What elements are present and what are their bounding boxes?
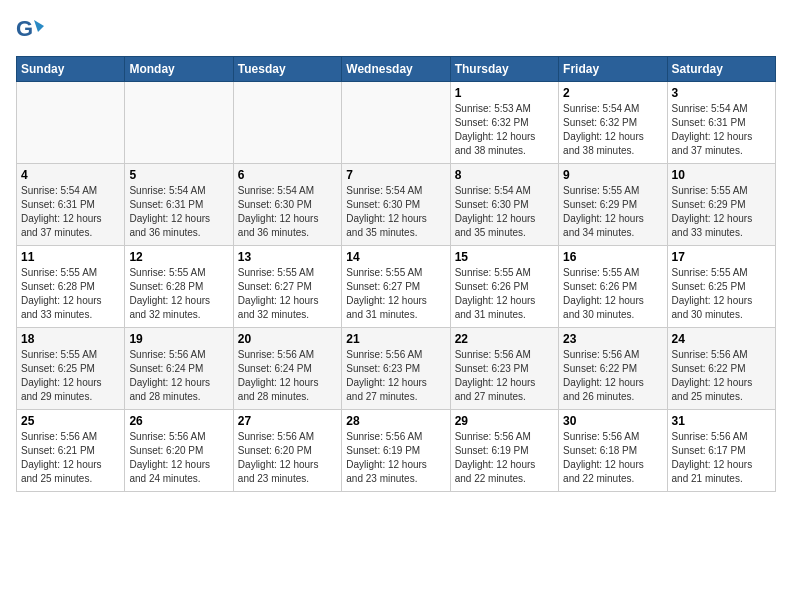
day-info: Sunrise: 5:56 AM Sunset: 6:19 PM Dayligh… [346, 430, 445, 486]
day-info: Sunrise: 5:55 AM Sunset: 6:27 PM Dayligh… [346, 266, 445, 322]
day-number: 28 [346, 414, 445, 428]
day-number: 11 [21, 250, 120, 264]
day-number: 31 [672, 414, 771, 428]
calendar-cell: 14Sunrise: 5:55 AM Sunset: 6:27 PM Dayli… [342, 246, 450, 328]
day-info: Sunrise: 5:54 AM Sunset: 6:31 PM Dayligh… [21, 184, 120, 240]
day-number: 7 [346, 168, 445, 182]
day-info: Sunrise: 5:56 AM Sunset: 6:23 PM Dayligh… [455, 348, 554, 404]
calendar-cell: 19Sunrise: 5:56 AM Sunset: 6:24 PM Dayli… [125, 328, 233, 410]
day-info: Sunrise: 5:55 AM Sunset: 6:27 PM Dayligh… [238, 266, 337, 322]
day-number: 23 [563, 332, 662, 346]
day-number: 1 [455, 86, 554, 100]
day-header-saturday: Saturday [667, 57, 775, 82]
calendar-cell: 26Sunrise: 5:56 AM Sunset: 6:20 PM Dayli… [125, 410, 233, 492]
day-number: 2 [563, 86, 662, 100]
calendar-cell: 15Sunrise: 5:55 AM Sunset: 6:26 PM Dayli… [450, 246, 558, 328]
day-number: 30 [563, 414, 662, 428]
calendar-cell: 29Sunrise: 5:56 AM Sunset: 6:19 PM Dayli… [450, 410, 558, 492]
day-header-monday: Monday [125, 57, 233, 82]
svg-text:G: G [16, 16, 33, 41]
day-number: 14 [346, 250, 445, 264]
calendar-cell: 10Sunrise: 5:55 AM Sunset: 6:29 PM Dayli… [667, 164, 775, 246]
day-info: Sunrise: 5:55 AM Sunset: 6:25 PM Dayligh… [672, 266, 771, 322]
header: G [16, 16, 776, 44]
calendar-cell: 2Sunrise: 5:54 AM Sunset: 6:32 PM Daylig… [559, 82, 667, 164]
calendar-cell: 12Sunrise: 5:55 AM Sunset: 6:28 PM Dayli… [125, 246, 233, 328]
day-info: Sunrise: 5:56 AM Sunset: 6:18 PM Dayligh… [563, 430, 662, 486]
day-info: Sunrise: 5:53 AM Sunset: 6:32 PM Dayligh… [455, 102, 554, 158]
day-info: Sunrise: 5:55 AM Sunset: 6:26 PM Dayligh… [563, 266, 662, 322]
day-number: 3 [672, 86, 771, 100]
calendar-cell: 17Sunrise: 5:55 AM Sunset: 6:25 PM Dayli… [667, 246, 775, 328]
day-info: Sunrise: 5:54 AM Sunset: 6:31 PM Dayligh… [129, 184, 228, 240]
calendar-cell: 30Sunrise: 5:56 AM Sunset: 6:18 PM Dayli… [559, 410, 667, 492]
calendar-cell: 28Sunrise: 5:56 AM Sunset: 6:19 PM Dayli… [342, 410, 450, 492]
day-number: 16 [563, 250, 662, 264]
day-number: 26 [129, 414, 228, 428]
day-info: Sunrise: 5:56 AM Sunset: 6:22 PM Dayligh… [563, 348, 662, 404]
day-header-sunday: Sunday [17, 57, 125, 82]
week-row-2: 4Sunrise: 5:54 AM Sunset: 6:31 PM Daylig… [17, 164, 776, 246]
calendar-cell: 5Sunrise: 5:54 AM Sunset: 6:31 PM Daylig… [125, 164, 233, 246]
day-number: 21 [346, 332, 445, 346]
logo: G [16, 16, 46, 44]
day-info: Sunrise: 5:54 AM Sunset: 6:30 PM Dayligh… [455, 184, 554, 240]
day-header-wednesday: Wednesday [342, 57, 450, 82]
calendar-cell: 13Sunrise: 5:55 AM Sunset: 6:27 PM Dayli… [233, 246, 341, 328]
day-number: 22 [455, 332, 554, 346]
day-info: Sunrise: 5:54 AM Sunset: 6:30 PM Dayligh… [346, 184, 445, 240]
calendar-cell: 6Sunrise: 5:54 AM Sunset: 6:30 PM Daylig… [233, 164, 341, 246]
calendar-cell: 25Sunrise: 5:56 AM Sunset: 6:21 PM Dayli… [17, 410, 125, 492]
calendar-cell: 21Sunrise: 5:56 AM Sunset: 6:23 PM Dayli… [342, 328, 450, 410]
calendar-cell: 8Sunrise: 5:54 AM Sunset: 6:30 PM Daylig… [450, 164, 558, 246]
calendar-cell: 20Sunrise: 5:56 AM Sunset: 6:24 PM Dayli… [233, 328, 341, 410]
day-number: 19 [129, 332, 228, 346]
week-row-4: 18Sunrise: 5:55 AM Sunset: 6:25 PM Dayli… [17, 328, 776, 410]
calendar-table: SundayMondayTuesdayWednesdayThursdayFrid… [16, 56, 776, 492]
day-info: Sunrise: 5:55 AM Sunset: 6:29 PM Dayligh… [563, 184, 662, 240]
day-number: 18 [21, 332, 120, 346]
day-header-thursday: Thursday [450, 57, 558, 82]
day-header-tuesday: Tuesday [233, 57, 341, 82]
day-number: 13 [238, 250, 337, 264]
day-info: Sunrise: 5:54 AM Sunset: 6:30 PM Dayligh… [238, 184, 337, 240]
calendar-cell: 27Sunrise: 5:56 AM Sunset: 6:20 PM Dayli… [233, 410, 341, 492]
calendar-cell [233, 82, 341, 164]
calendar-cell: 11Sunrise: 5:55 AM Sunset: 6:28 PM Dayli… [17, 246, 125, 328]
calendar-cell: 23Sunrise: 5:56 AM Sunset: 6:22 PM Dayli… [559, 328, 667, 410]
svg-marker-1 [34, 20, 44, 32]
day-info: Sunrise: 5:55 AM Sunset: 6:28 PM Dayligh… [21, 266, 120, 322]
day-info: Sunrise: 5:56 AM Sunset: 6:24 PM Dayligh… [238, 348, 337, 404]
day-number: 15 [455, 250, 554, 264]
day-info: Sunrise: 5:55 AM Sunset: 6:29 PM Dayligh… [672, 184, 771, 240]
day-info: Sunrise: 5:56 AM Sunset: 6:19 PM Dayligh… [455, 430, 554, 486]
day-number: 12 [129, 250, 228, 264]
calendar-cell [342, 82, 450, 164]
calendar-cell: 24Sunrise: 5:56 AM Sunset: 6:22 PM Dayli… [667, 328, 775, 410]
day-number: 25 [21, 414, 120, 428]
calendar-cell: 18Sunrise: 5:55 AM Sunset: 6:25 PM Dayli… [17, 328, 125, 410]
day-number: 6 [238, 168, 337, 182]
day-header-friday: Friday [559, 57, 667, 82]
calendar-cell: 31Sunrise: 5:56 AM Sunset: 6:17 PM Dayli… [667, 410, 775, 492]
day-number: 24 [672, 332, 771, 346]
day-info: Sunrise: 5:54 AM Sunset: 6:32 PM Dayligh… [563, 102, 662, 158]
day-info: Sunrise: 5:56 AM Sunset: 6:17 PM Dayligh… [672, 430, 771, 486]
day-info: Sunrise: 5:56 AM Sunset: 6:23 PM Dayligh… [346, 348, 445, 404]
calendar-cell: 9Sunrise: 5:55 AM Sunset: 6:29 PM Daylig… [559, 164, 667, 246]
day-number: 17 [672, 250, 771, 264]
day-number: 29 [455, 414, 554, 428]
day-info: Sunrise: 5:55 AM Sunset: 6:25 PM Dayligh… [21, 348, 120, 404]
day-info: Sunrise: 5:56 AM Sunset: 6:22 PM Dayligh… [672, 348, 771, 404]
day-number: 20 [238, 332, 337, 346]
day-info: Sunrise: 5:56 AM Sunset: 6:20 PM Dayligh… [129, 430, 228, 486]
day-number: 27 [238, 414, 337, 428]
day-number: 8 [455, 168, 554, 182]
logo-icon: G [16, 16, 44, 44]
day-number: 10 [672, 168, 771, 182]
day-info: Sunrise: 5:55 AM Sunset: 6:26 PM Dayligh… [455, 266, 554, 322]
day-number: 5 [129, 168, 228, 182]
calendar-cell [125, 82, 233, 164]
calendar-cell: 4Sunrise: 5:54 AM Sunset: 6:31 PM Daylig… [17, 164, 125, 246]
week-row-5: 25Sunrise: 5:56 AM Sunset: 6:21 PM Dayli… [17, 410, 776, 492]
